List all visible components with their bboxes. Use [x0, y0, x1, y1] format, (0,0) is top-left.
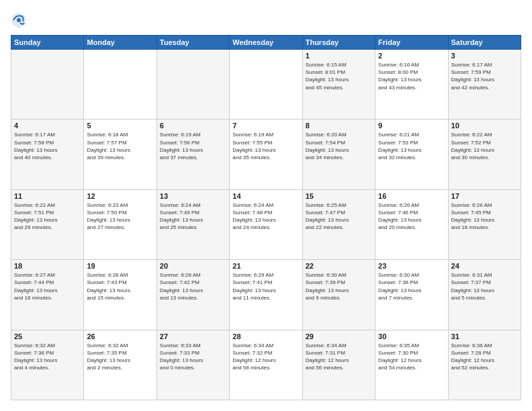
day-number: 2 [378, 52, 445, 60]
day-info: Sunrise: 6:29 AMSunset: 7:41 PMDaylight:… [232, 271, 299, 302]
day-cell-29: 29Sunrise: 6:34 AMSunset: 7:31 PMDayligh… [302, 330, 375, 400]
day-cell-1: 1Sunrise: 6:15 AMSunset: 8:01 PMDaylight… [302, 50, 375, 120]
day-cell-10: 10Sunrise: 6:22 AMSunset: 7:52 PMDayligh… [448, 120, 521, 189]
day-info: Sunrise: 6:32 AMSunset: 7:35 PMDaylight:… [87, 342, 153, 372]
day-cell-19: 19Sunrise: 6:28 AMSunset: 7:43 PMDayligh… [84, 260, 157, 330]
day-number: 25 [14, 332, 81, 340]
day-number: 3 [451, 52, 518, 60]
day-info: Sunrise: 6:17 AMSunset: 7:59 PMDaylight:… [451, 61, 518, 91]
day-cell-26: 26Sunrise: 6:32 AMSunset: 7:35 PMDayligh… [84, 330, 157, 400]
header [11, 11, 521, 30]
empty-cell [230, 50, 302, 120]
day-info: Sunrise: 6:23 AMSunset: 7:50 PMDaylight:… [87, 201, 153, 232]
weekday-header-friday: Friday [375, 36, 448, 50]
day-info: Sunrise: 6:26 AMSunset: 7:45 PMDaylight:… [451, 201, 518, 232]
day-cell-22: 22Sunrise: 6:30 AMSunset: 7:39 PMDayligh… [302, 260, 375, 330]
day-number: 1 [306, 52, 372, 60]
day-cell-20: 20Sunrise: 6:28 AMSunset: 7:42 PMDayligh… [157, 260, 229, 330]
day-number: 31 [451, 332, 518, 340]
day-number: 23 [378, 262, 445, 270]
day-number: 27 [160, 332, 226, 340]
day-info: Sunrise: 6:31 AMSunset: 7:37 PMDaylight:… [451, 271, 518, 302]
day-info: Sunrise: 6:34 AMSunset: 7:32 PMDaylight:… [232, 342, 299, 372]
day-cell-21: 21Sunrise: 6:29 AMSunset: 7:41 PMDayligh… [230, 260, 302, 330]
day-info: Sunrise: 6:30 AMSunset: 7:38 PMDaylight:… [378, 271, 445, 302]
day-number: 30 [378, 332, 445, 340]
day-number: 19 [87, 262, 153, 270]
weekday-header-saturday: Saturday [448, 36, 521, 50]
day-info: Sunrise: 6:28 AMSunset: 7:43 PMDaylight:… [87, 271, 153, 302]
day-number: 10 [451, 122, 518, 130]
svg-point-1 [17, 18, 21, 22]
day-info: Sunrise: 6:24 AMSunset: 7:49 PMDaylight:… [160, 201, 226, 232]
day-info: Sunrise: 6:33 AMSunset: 7:33 PMDaylight:… [160, 342, 226, 372]
day-number: 28 [232, 332, 299, 340]
day-cell-14: 14Sunrise: 6:24 AMSunset: 7:48 PMDayligh… [230, 189, 302, 259]
week-row-1: 4Sunrise: 6:17 AMSunset: 7:58 PMDaylight… [11, 120, 521, 189]
day-info: Sunrise: 6:28 AMSunset: 7:42 PMDaylight:… [160, 271, 226, 302]
day-info: Sunrise: 6:18 AMSunset: 7:57 PMDaylight:… [87, 131, 153, 161]
day-number: 16 [378, 192, 445, 200]
day-info: Sunrise: 6:35 AMSunset: 7:30 PMDaylight:… [378, 342, 445, 372]
day-number: 29 [306, 332, 372, 340]
day-number: 5 [87, 122, 153, 130]
day-info: Sunrise: 6:21 AMSunset: 7:53 PMDaylight:… [378, 131, 445, 161]
day-number: 11 [14, 192, 81, 200]
day-info: Sunrise: 6:32 AMSunset: 7:36 PMDaylight:… [14, 342, 81, 372]
day-cell-12: 12Sunrise: 6:23 AMSunset: 7:50 PMDayligh… [84, 189, 157, 259]
day-number: 9 [378, 122, 445, 130]
weekday-header-tuesday: Tuesday [157, 36, 229, 50]
day-info: Sunrise: 6:36 AMSunset: 7:28 PMDaylight:… [451, 342, 518, 372]
day-info: Sunrise: 6:30 AMSunset: 7:39 PMDaylight:… [306, 271, 372, 302]
day-info: Sunrise: 6:17 AMSunset: 7:58 PMDaylight:… [14, 131, 81, 161]
empty-cell [84, 50, 157, 120]
empty-cell [157, 50, 229, 120]
day-number: 7 [232, 122, 299, 130]
day-cell-31: 31Sunrise: 6:36 AMSunset: 7:28 PMDayligh… [448, 330, 521, 400]
day-cell-11: 11Sunrise: 6:22 AMSunset: 7:51 PMDayligh… [11, 189, 84, 259]
day-cell-15: 15Sunrise: 6:25 AMSunset: 7:47 PMDayligh… [302, 189, 375, 259]
day-info: Sunrise: 6:24 AMSunset: 7:48 PMDaylight:… [232, 201, 299, 232]
day-cell-28: 28Sunrise: 6:34 AMSunset: 7:32 PMDayligh… [230, 330, 302, 400]
day-cell-13: 13Sunrise: 6:24 AMSunset: 7:49 PMDayligh… [157, 189, 229, 259]
day-cell-27: 27Sunrise: 6:33 AMSunset: 7:33 PMDayligh… [157, 330, 229, 400]
day-cell-25: 25Sunrise: 6:32 AMSunset: 7:36 PMDayligh… [11, 330, 84, 400]
page: SundayMondayTuesdayWednesdayThursdayFrid… [0, 0, 532, 411]
day-info: Sunrise: 6:34 AMSunset: 7:31 PMDaylight:… [306, 342, 372, 372]
day-number: 15 [306, 192, 372, 200]
day-cell-23: 23Sunrise: 6:30 AMSunset: 7:38 PMDayligh… [375, 260, 448, 330]
day-number: 13 [160, 192, 226, 200]
day-cell-3: 3Sunrise: 6:17 AMSunset: 7:59 PMDaylight… [448, 50, 521, 120]
day-cell-5: 5Sunrise: 6:18 AMSunset: 7:57 PMDaylight… [84, 120, 157, 189]
day-cell-18: 18Sunrise: 6:27 AMSunset: 7:44 PMDayligh… [11, 260, 84, 330]
day-cell-2: 2Sunrise: 6:16 AMSunset: 8:00 PMDaylight… [375, 50, 448, 120]
day-number: 14 [232, 192, 299, 200]
day-number: 4 [14, 122, 81, 130]
day-cell-30: 30Sunrise: 6:35 AMSunset: 7:30 PMDayligh… [375, 330, 448, 400]
weekday-header-wednesday: Wednesday [230, 36, 302, 50]
weekday-header-sunday: Sunday [11, 36, 84, 50]
week-row-0: 1Sunrise: 6:15 AMSunset: 8:01 PMDaylight… [11, 50, 521, 120]
day-number: 6 [160, 122, 226, 130]
week-row-2: 11Sunrise: 6:22 AMSunset: 7:51 PMDayligh… [11, 189, 521, 259]
day-info: Sunrise: 6:22 AMSunset: 7:51 PMDaylight:… [14, 201, 81, 232]
day-info: Sunrise: 6:20 AMSunset: 7:54 PMDaylight:… [306, 131, 372, 161]
day-number: 17 [451, 192, 518, 200]
day-cell-8: 8Sunrise: 6:20 AMSunset: 7:54 PMDaylight… [302, 120, 375, 189]
day-info: Sunrise: 6:19 AMSunset: 7:56 PMDaylight:… [160, 131, 226, 161]
logo [11, 11, 30, 30]
day-number: 8 [306, 122, 372, 130]
day-info: Sunrise: 6:25 AMSunset: 7:47 PMDaylight:… [306, 201, 372, 232]
day-cell-17: 17Sunrise: 6:26 AMSunset: 7:45 PMDayligh… [448, 189, 521, 259]
day-info: Sunrise: 6:22 AMSunset: 7:52 PMDaylight:… [451, 131, 518, 161]
calendar-body: 1Sunrise: 6:15 AMSunset: 8:01 PMDaylight… [11, 50, 521, 400]
week-row-3: 18Sunrise: 6:27 AMSunset: 7:44 PMDayligh… [11, 260, 521, 330]
day-info: Sunrise: 6:26 AMSunset: 7:46 PMDaylight:… [378, 201, 445, 232]
day-cell-6: 6Sunrise: 6:19 AMSunset: 7:56 PMDaylight… [157, 120, 229, 189]
day-cell-4: 4Sunrise: 6:17 AMSunset: 7:58 PMDaylight… [11, 120, 84, 189]
week-row-4: 25Sunrise: 6:32 AMSunset: 7:36 PMDayligh… [11, 330, 521, 400]
day-info: Sunrise: 6:16 AMSunset: 8:00 PMDaylight:… [378, 61, 445, 91]
day-cell-24: 24Sunrise: 6:31 AMSunset: 7:37 PMDayligh… [448, 260, 521, 330]
day-number: 20 [160, 262, 226, 270]
weekday-header-thursday: Thursday [302, 36, 375, 50]
